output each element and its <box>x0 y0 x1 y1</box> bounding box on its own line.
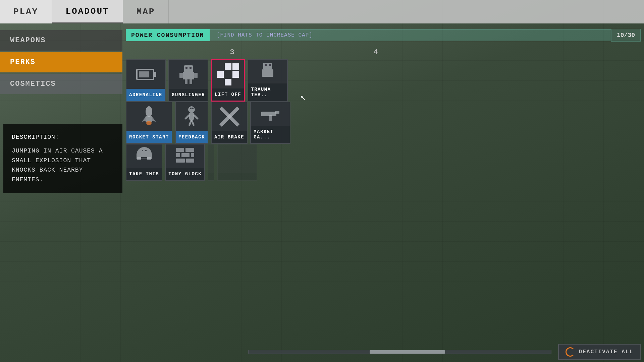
power-hint: [FIND HATS TO INCREASE CAP] <box>210 29 611 41</box>
perks-grid-area: 3 4 ADRENALINE <box>122 47 644 181</box>
description-box: DESCRIPTION: JUMPING IN AIR CAUSES A SMA… <box>3 124 122 193</box>
helmet-icon <box>132 144 156 168</box>
perk-card-empty-2 <box>217 144 257 181</box>
top-navigation: PLAY LOADOUT MAP <box>0 0 644 23</box>
cross-icon <box>218 105 241 128</box>
svg-rect-5 <box>179 73 183 78</box>
perk-label-empty-2 <box>218 173 257 180</box>
col-label-3: 3 <box>200 47 264 58</box>
sidebar-item-weapons[interactable]: WEAPONS <box>0 30 122 51</box>
perk-icon-area-gunslinger <box>169 60 208 89</box>
col-label-4-spacer <box>272 47 336 58</box>
svg-rect-39 <box>185 148 194 152</box>
svg-rect-31 <box>269 115 272 121</box>
svg-rect-10 <box>190 67 192 69</box>
col-gap3 <box>338 47 341 58</box>
grid-row-3: TAKE THIS <box>126 144 641 181</box>
svg-rect-6 <box>194 73 198 78</box>
perk-card-air-brake[interactable]: AIR BRAKE <box>211 102 248 144</box>
perk-card-feedback[interactable]: FEEDBACK <box>175 102 208 144</box>
nav-play[interactable]: PLAY <box>0 0 52 23</box>
sidebar-item-perks[interactable]: PERKS <box>0 52 122 72</box>
perk-card-gunslinger[interactable]: GUNSLINGER <box>168 59 208 102</box>
svg-rect-43 <box>176 159 185 163</box>
svg-rect-35 <box>141 158 147 159</box>
svg-point-19 <box>146 121 152 125</box>
perk-label-empty-1 <box>208 173 214 180</box>
skeleton-icon <box>180 105 203 128</box>
svg-rect-7 <box>185 79 187 84</box>
robot-icon <box>177 63 200 86</box>
deactivate-icon <box>566 347 575 357</box>
svg-point-15 <box>146 106 152 117</box>
svg-rect-27 <box>192 108 194 109</box>
bottom-bar: DEACTIVATE ALL <box>245 342 644 362</box>
nav-loadout[interactable]: LOADOUT <box>52 0 123 23</box>
svg-rect-37 <box>145 150 147 151</box>
svg-rect-8 <box>190 79 192 84</box>
perk-label-tony-glock: TONY GLOCK <box>166 168 204 180</box>
perk-icon-area-adrenaline <box>126 60 165 89</box>
perk-card-rocket-start[interactable]: ROCKET START <box>126 102 172 144</box>
perk-card-trauma-team[interactable]: TRAUMA TEA... <box>248 59 288 102</box>
perk-label-take-this: TAKE THIS <box>126 168 162 180</box>
svg-line-25 <box>194 115 198 119</box>
perk-card-adrenaline[interactable]: ADRENALINE <box>126 59 166 102</box>
perk-icon-area-rocket-start <box>126 102 172 131</box>
power-label: POWER CONSUMPTION <box>126 29 210 41</box>
perk-card-market-ga[interactable]: MARKET GA... <box>250 102 290 144</box>
svg-rect-3 <box>184 65 193 72</box>
svg-rect-2 <box>139 71 149 77</box>
svg-line-23 <box>192 120 194 126</box>
svg-line-24 <box>185 115 189 119</box>
svg-rect-14 <box>269 64 271 66</box>
grid-row-2: ROCKET START <box>126 102 641 144</box>
svg-rect-32 <box>275 111 279 114</box>
svg-rect-1 <box>154 72 156 77</box>
deactivate-all-button[interactable]: DEACTIVATE ALL <box>558 344 641 360</box>
scroll-thumb[interactable] <box>370 350 445 354</box>
perk-label-adrenaline: ADRENALINE <box>126 89 165 101</box>
description-title: DESCRIPTION: <box>12 132 114 142</box>
battery-icon <box>134 63 158 86</box>
svg-marker-17 <box>142 117 146 122</box>
sidebar-item-cosmetics[interactable]: COSMETICS <box>0 74 122 94</box>
perk-card-take-this[interactable]: TAKE THIS <box>126 144 162 181</box>
gun-icon <box>259 102 282 126</box>
svg-rect-13 <box>265 64 267 66</box>
perk-card-lift-off[interactable]: LIFT OFF <box>211 59 245 102</box>
svg-point-20 <box>188 106 195 113</box>
perk-icon-area-lift-off <box>212 60 244 88</box>
svg-rect-41 <box>181 153 190 157</box>
perk-label-lift-off: LIFT OFF <box>212 88 244 101</box>
sidebar: WEAPONS PERKS COSMETICS DESCRIPTION: JUM… <box>0 23 122 362</box>
svg-marker-18 <box>152 117 156 122</box>
perk-label-trauma-team: TRAUMA TEA... <box>248 83 287 101</box>
perk-icon-area-tony-glock <box>166 144 204 168</box>
perk-label-rocket-start: ROCKET START <box>126 131 172 143</box>
svg-rect-4 <box>183 72 194 79</box>
power-bar: POWER CONSUMPTION [FIND HATS TO INCREASE… <box>126 27 641 44</box>
perk-card-tony-glock[interactable]: TONY GLOCK <box>165 144 205 181</box>
column-headers: 3 4 <box>126 47 641 58</box>
power-value: 10/30 <box>611 29 641 42</box>
svg-rect-42 <box>191 153 194 157</box>
wall-icon <box>173 144 197 168</box>
col-label-4: 4 <box>344 47 408 58</box>
perk-icon-area-feedback <box>176 102 208 131</box>
svg-rect-38 <box>176 148 184 152</box>
svg-rect-12 <box>262 69 273 77</box>
col-gap2 <box>267 47 269 58</box>
col-spacer-1 <box>128 47 192 58</box>
deactivate-label: DEACTIVATE ALL <box>579 349 633 355</box>
main-content: POWER CONSUMPTION [FIND HATS TO INCREASE… <box>122 23 644 362</box>
liftoff-icon <box>217 63 239 85</box>
perk-icon-area-empty-1 <box>208 144 214 173</box>
robot2-icon <box>256 60 279 83</box>
perk-icon-area-empty-2 <box>218 144 257 173</box>
nav-map[interactable]: MAP <box>123 0 169 23</box>
scroll-track[interactable] <box>248 350 551 354</box>
perk-label-air-brake: AIR BRAKE <box>212 131 247 143</box>
svg-rect-36 <box>142 150 143 151</box>
svg-rect-34 <box>147 157 151 160</box>
